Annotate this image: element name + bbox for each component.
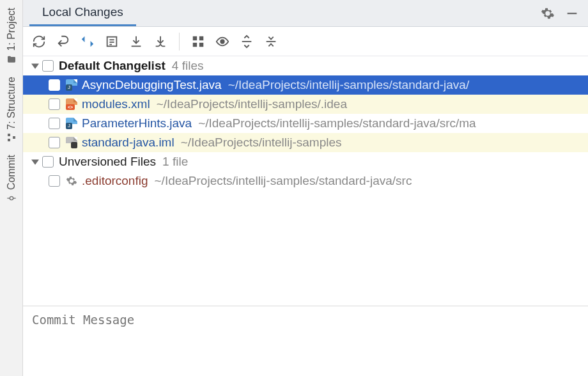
rail-item-commit[interactable]: Commit bbox=[6, 151, 17, 208]
changelist-name: Default Changelist bbox=[59, 59, 166, 73]
group-by-button[interactable] bbox=[189, 32, 208, 51]
java-file-icon: J bbox=[65, 79, 78, 91]
rail-label: Commit bbox=[6, 155, 17, 190]
file-name: ParameterHints.java bbox=[82, 116, 192, 130]
file-path: ~/IdeaProjects/intellij-samples/standard… bbox=[155, 174, 412, 188]
rail-label: 7: Structure bbox=[6, 77, 17, 130]
chevron-down-icon[interactable] bbox=[29, 156, 41, 168]
java-file-icon: J bbox=[65, 117, 78, 130]
chevron-down-icon[interactable] bbox=[29, 60, 41, 72]
changelist-name: Unversioned Files bbox=[59, 155, 156, 169]
svg-point-16 bbox=[220, 40, 224, 43]
checkbox[interactable] bbox=[49, 137, 60, 148]
rail-item-project[interactable]: 1: Project bbox=[6, 4, 17, 69]
gear-icon[interactable] bbox=[541, 6, 555, 20]
file-name: .editorconfig bbox=[82, 174, 148, 188]
changelist-button[interactable] bbox=[102, 32, 121, 51]
folder-icon bbox=[6, 54, 17, 65]
checkbox[interactable] bbox=[49, 98, 60, 110]
tab-local-changes[interactable]: Local Changes bbox=[29, 0, 136, 26]
show-button[interactable] bbox=[213, 32, 232, 51]
iml-file-icon bbox=[65, 136, 78, 149]
changelist-header[interactable]: Default Changelist 4 files bbox=[23, 56, 588, 75]
file-row[interactable]: standard-java.iml ~/IdeaProjects/intelli… bbox=[23, 133, 588, 152]
svg-rect-13 bbox=[199, 36, 203, 40]
refresh-button[interactable] bbox=[29, 32, 49, 51]
tab-bar: Local Changes bbox=[23, 0, 588, 27]
rail-item-structure[interactable]: 7: Structure bbox=[6, 73, 17, 148]
structure-icon bbox=[6, 132, 17, 143]
rail-label: 1: Project bbox=[6, 8, 17, 51]
gear-icon bbox=[65, 175, 78, 187]
minimize-icon[interactable] bbox=[565, 6, 579, 20]
svg-point-3 bbox=[10, 197, 13, 200]
file-row[interactable]: <> modules.xml ~/IdeaProjects/intellij-s… bbox=[23, 95, 588, 114]
svg-rect-12 bbox=[193, 36, 197, 40]
file-count: 1 file bbox=[162, 155, 188, 169]
checkbox[interactable] bbox=[49, 118, 60, 129]
checkbox[interactable] bbox=[42, 60, 54, 72]
commit-message-input[interactable] bbox=[32, 313, 579, 370]
xml-file-icon: <> bbox=[65, 98, 78, 111]
unshelve-button[interactable] bbox=[151, 32, 170, 51]
file-row[interactable]: .editorconfig ~/IdeaProjects/intellij-sa… bbox=[23, 171, 588, 191]
file-name: modules.xml bbox=[82, 97, 150, 111]
file-row[interactable]: J ParameterHints.java ~/IdeaProjects/int… bbox=[23, 114, 588, 133]
changes-tree[interactable]: Default Changelist 4 files J AsyncDebugg… bbox=[23, 56, 588, 306]
tool-window-rail: 1: Project 7: Structure Commit bbox=[0, 0, 23, 376]
rollback-button[interactable] bbox=[54, 32, 73, 51]
file-path: ~/IdeaProjects/intellij-samples/standard… bbox=[198, 116, 476, 130]
collapse-all-button[interactable] bbox=[261, 32, 281, 51]
svg-rect-14 bbox=[193, 42, 197, 46]
toolbar-separator bbox=[179, 33, 180, 51]
diff-button[interactable] bbox=[78, 32, 97, 51]
svg-rect-15 bbox=[199, 42, 203, 46]
file-path: ~/IdeaProjects/intellij-samples/standard… bbox=[228, 78, 470, 92]
file-row[interactable]: J AsyncDebuggingTest.java ~/IdeaProjects… bbox=[23, 75, 588, 95]
checkbox[interactable] bbox=[42, 156, 54, 168]
main-panel: Local Changes bbox=[23, 0, 588, 376]
svg-rect-1 bbox=[8, 139, 10, 141]
shelve-button[interactable] bbox=[127, 32, 146, 51]
changes-toolbar bbox=[23, 27, 588, 56]
changelist-header[interactable]: Unversioned Files 1 file bbox=[23, 152, 588, 171]
file-name: AsyncDebuggingTest.java bbox=[82, 78, 222, 92]
file-name: standard-java.iml bbox=[82, 136, 174, 150]
svg-rect-0 bbox=[8, 134, 10, 136]
file-count: 4 files bbox=[172, 59, 204, 73]
checkbox[interactable] bbox=[49, 175, 60, 187]
file-path: ~/IdeaProjects/intellij-samples/.idea bbox=[157, 97, 347, 111]
checkbox[interactable] bbox=[49, 79, 60, 91]
expand-all-button[interactable] bbox=[237, 32, 256, 51]
file-path: ~/IdeaProjects/intellij-samples bbox=[181, 136, 342, 150]
commit-icon bbox=[6, 192, 17, 204]
commit-message-area bbox=[23, 306, 588, 376]
svg-rect-2 bbox=[13, 136, 15, 139]
